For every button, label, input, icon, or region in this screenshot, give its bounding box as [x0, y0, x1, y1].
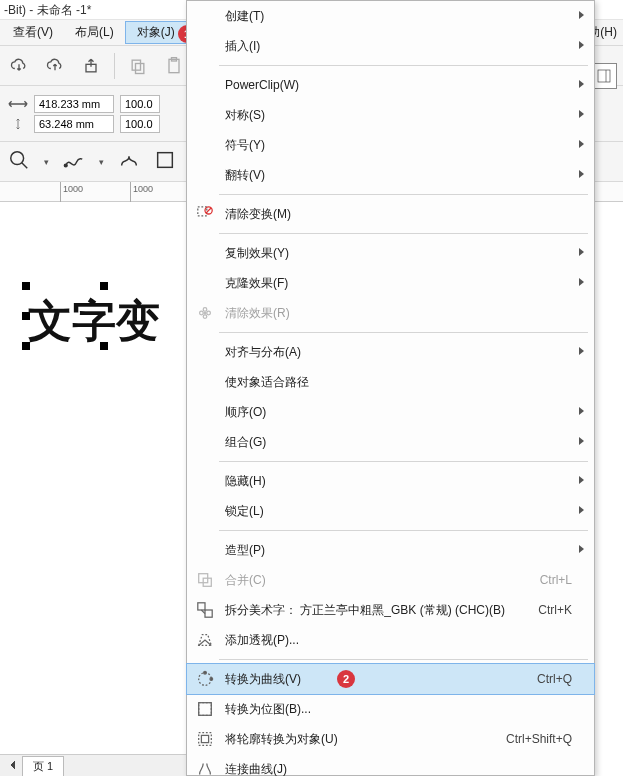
menu-add-perspective[interactable]: 添加透视(P)... [187, 625, 594, 655]
submenu-arrow-icon [579, 506, 584, 514]
scale-x-input[interactable] [120, 95, 160, 113]
menu-convert-to-curves[interactable]: 转换为曲线(V) 2 Ctrl+Q [187, 664, 594, 694]
publish-icon[interactable] [78, 53, 104, 79]
menu-clone-effects[interactable]: 克隆效果(F) [187, 268, 594, 298]
menu-separator [219, 530, 588, 531]
menu-clear-transform[interactable]: 清除变换(M) [187, 199, 594, 229]
menu-shaping[interactable]: 造型(P) [187, 535, 594, 565]
height-input[interactable] [34, 115, 114, 133]
menu-outline-to-object[interactable]: 将轮廓转换为对象(U)Ctrl+Shift+Q [187, 724, 594, 754]
submenu-arrow-icon [579, 248, 584, 256]
menu-join-curves[interactable]: 连接曲线(J) [187, 754, 594, 776]
menu-powerclip[interactable]: PowerClip(W) [187, 70, 594, 100]
svg-rect-1 [132, 60, 140, 70]
menu-group[interactable]: 组合(G) [187, 427, 594, 457]
width-icon [6, 96, 30, 112]
selection-handle[interactable] [22, 282, 30, 290]
submenu-arrow-icon [579, 80, 584, 88]
ruler-tick: 1000 [60, 182, 83, 202]
width-input[interactable] [34, 95, 114, 113]
svg-rect-22 [205, 610, 212, 617]
menu-create[interactable]: 创建(T) [187, 1, 594, 31]
menu-separator [219, 659, 588, 660]
menu-break-apart[interactable]: 拆分美术字： 方正兰亭中粗黑_GBK (常规) (CHC)(B)Ctrl+K [187, 595, 594, 625]
submenu-arrow-icon [579, 476, 584, 484]
menu-clear-effects: 清除效果(R) [187, 298, 594, 328]
clear-effects-icon [193, 301, 217, 325]
selection-handle[interactable] [100, 282, 108, 290]
paste-icon[interactable] [161, 53, 187, 79]
svg-rect-26 [199, 703, 212, 716]
perspective-icon [193, 628, 217, 652]
menu-copy-effects[interactable]: 复制效果(Y) [187, 238, 594, 268]
svg-point-15 [203, 308, 207, 312]
submenu-arrow-icon [579, 278, 584, 286]
badge-2: 2 [337, 670, 355, 688]
convert-curves-icon [193, 667, 217, 691]
menu-flip[interactable]: 翻转(V) [187, 160, 594, 190]
submenu-arrow-icon [579, 437, 584, 445]
shortcut-label: Ctrl+L [540, 573, 572, 587]
svg-point-24 [204, 671, 207, 674]
menu-convert-to-bitmap[interactable]: 转换为位图(B)... [187, 694, 594, 724]
rectangle-icon[interactable] [154, 149, 176, 174]
menu-separator [219, 332, 588, 333]
submenu-arrow-icon [579, 407, 584, 415]
menu-combine: 合并(C)Ctrl+L [187, 565, 594, 595]
menu-symbol[interactable]: 符号(Y) [187, 130, 594, 160]
menu-layout[interactable]: 布局(L) [64, 20, 125, 45]
freehand-dropdown-arrow[interactable]: ▾ [99, 157, 104, 167]
menu-fit-to-path[interactable]: 使对象适合路径 [187, 367, 594, 397]
shortcut-label: Ctrl+K [538, 603, 572, 617]
menu-symmetry[interactable]: 对称(S) [187, 100, 594, 130]
menu-view[interactable]: 查看(V) [2, 20, 64, 45]
menu-hide[interactable]: 隐藏(H) [187, 466, 594, 496]
menu-separator [219, 194, 588, 195]
svg-point-14 [200, 311, 204, 315]
prev-page-icon[interactable] [8, 760, 18, 772]
menu-order[interactable]: 顺序(O) [187, 397, 594, 427]
shortcut-label: Ctrl+Shift+Q [506, 732, 572, 746]
menu-separator [219, 65, 588, 66]
page-tab-1[interactable]: 页 1 [22, 756, 64, 776]
menu-lock[interactable]: 锁定(L) [187, 496, 594, 526]
svg-point-18 [204, 312, 206, 314]
submenu-arrow-icon [579, 11, 584, 19]
join-curves-icon [193, 757, 217, 776]
cloud-upload-icon[interactable] [42, 53, 68, 79]
object-menu-dropdown: 创建(T) 插入(I) PowerClip(W) 对称(S) 符号(Y) 翻转(… [186, 0, 595, 776]
convert-bitmap-icon [193, 697, 217, 721]
submenu-arrow-icon [579, 110, 584, 118]
zoom-dropdown-arrow[interactable]: ▾ [44, 157, 49, 167]
svg-point-16 [207, 311, 211, 315]
svg-point-25 [210, 678, 213, 681]
svg-rect-29 [201, 735, 208, 742]
selected-text-object[interactable]: 文字变 [28, 292, 160, 351]
break-apart-icon [193, 598, 217, 622]
width-field [6, 95, 114, 113]
page-tabs-bar: 页 1 [0, 754, 186, 776]
curve-icon[interactable] [118, 149, 140, 174]
cloud-download-icon[interactable] [6, 53, 32, 79]
menu-separator [219, 461, 588, 462]
svg-rect-2 [136, 63, 144, 73]
outline-to-object-icon [193, 727, 217, 751]
scale-y-input[interactable] [120, 115, 160, 133]
toolbar-divider [114, 53, 115, 79]
svg-rect-9 [598, 70, 610, 82]
copy-stack-icon[interactable] [125, 53, 151, 79]
zoom-icon[interactable] [8, 149, 30, 174]
ruler-tick: 1000 [130, 182, 153, 202]
submenu-arrow-icon [579, 140, 584, 148]
combine-icon [193, 568, 217, 592]
menu-insert[interactable]: 插入(I) [187, 31, 594, 61]
svg-point-5 [11, 152, 24, 165]
height-field [6, 115, 114, 133]
svg-rect-27 [199, 703, 212, 716]
svg-point-17 [203, 315, 207, 319]
menu-align-distribute[interactable]: 对齐与分布(A) [187, 337, 594, 367]
height-icon [6, 116, 30, 132]
freehand-icon[interactable] [63, 149, 85, 174]
shortcut-label: Ctrl+Q [537, 672, 572, 686]
clear-transform-icon [193, 202, 217, 226]
